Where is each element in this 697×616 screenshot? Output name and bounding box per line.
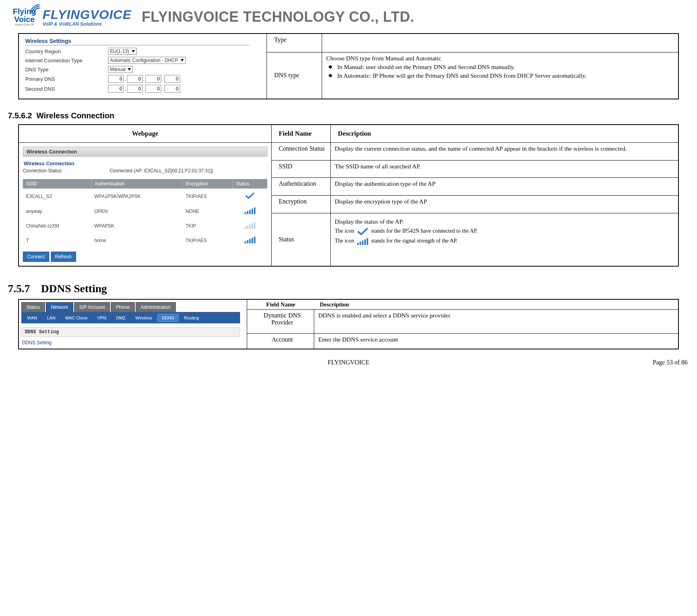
logo-line2: Voice <box>14 15 35 23</box>
signal-icon <box>244 236 255 243</box>
wc-row[interactable]: ChinaNet-zzXMWPAPSKTKIP <box>23 218 267 233</box>
ip-octet[interactable] <box>108 75 124 83</box>
ddns-sub-tab[interactable]: VPN <box>93 314 111 322</box>
wordmark: FLYINGVOICE VoIP & VoWLAN Solutions <box>43 7 132 27</box>
ddns-sub-tab[interactable]: LAN <box>43 314 60 322</box>
wc-cell-enc: NONE <box>183 204 233 218</box>
col-description: Description <box>314 299 678 310</box>
section-heading-7562: 7.5.6.2 Wireless Connection <box>8 111 689 120</box>
flying-logo-square: Flying Voice Voice Over IP <box>8 3 41 31</box>
ddns-panel-heading: DDNS Setting <box>21 327 240 337</box>
country-region-select[interactable]: EU(1-13) <box>108 48 137 55</box>
logo: Flying Voice Voice Over IP FLYINGVOICE V… <box>8 3 132 31</box>
ddns-sub-tab[interactable]: MAC Clone <box>61 314 92 322</box>
desc-status-p1: Display the status of the AP. <box>335 218 676 225</box>
page-footer: FLYINGVOICE Page 53 of 86 <box>8 359 689 366</box>
wordmark-main: FLYINGVOICE <box>43 7 132 22</box>
country-region-label: Country Region <box>25 49 108 54</box>
wc-grid: SSID Authentication Encryption Status E3… <box>23 179 267 248</box>
ddns-main-tab[interactable]: Administration <box>136 302 176 312</box>
wc-cell-auth: OPEN <box>91 204 182 218</box>
wc-col-ssid: SSID <box>23 179 91 189</box>
ddns-sub-heading: DDNS Setting <box>22 340 240 345</box>
ddns-main-tab[interactable]: Status <box>21 302 45 312</box>
wc-col-auth: Authentication <box>91 179 182 189</box>
field-conn-status: Connection Status <box>271 143 330 161</box>
chevron-down-icon <box>181 59 184 62</box>
connect-button[interactable]: Connect <box>23 252 49 262</box>
ip-octet[interactable] <box>127 75 143 83</box>
col-description: Description <box>330 125 678 143</box>
col-field-name: Field Name <box>271 125 330 143</box>
field-status: Status <box>271 213 330 266</box>
ddns-sub-tab[interactable]: WAN <box>23 314 41 322</box>
second-dns-label: Second DNS <box>25 86 108 92</box>
wc-cell-enc: TKIP/AES <box>183 189 233 204</box>
desc-ssid: The SSID name of all searched AP. <box>330 160 678 178</box>
col-webpage: Webpage <box>19 125 272 143</box>
wc-cell-enc: TKIP <box>183 218 233 233</box>
col-field-name: Field Name <box>247 299 314 310</box>
wc-cell-ssid: anyway <box>23 204 91 218</box>
check-icon <box>357 228 368 235</box>
desc-dns-intro: Choose DNS type from Manual and Automati… <box>326 55 676 62</box>
desc-ddns-account: Enter the DDNS service account <box>314 334 678 349</box>
field-ssid: SSID <box>271 160 330 178</box>
primary-dns-input[interactable]: . . . <box>108 75 180 83</box>
desc-auth: Display the authentication type of the A… <box>330 178 678 196</box>
desc-dns-bullet: In Automatic: IP Phone will get the Prim… <box>326 72 676 79</box>
signal-icon <box>357 238 368 245</box>
ip-octet[interactable] <box>127 85 143 93</box>
wc-row[interactable]: E3CALL_SZWPA1PSK/WPA2PSKTKIP/AES <box>23 189 267 204</box>
company-name: FLYINGVOICE TECHNOLOGY CO., LTD. <box>142 9 414 25</box>
logo-sub: Voice Over IP <box>15 23 34 26</box>
desc-status-p3b: stands for the signal strength of the AP… <box>371 238 457 244</box>
table-wireless-settings: Wireless Settings Country Region EU(1-13… <box>18 33 679 99</box>
desc-dns-type: Choose DNS type from Manual and Automati… <box>322 52 678 99</box>
wc-cell-status <box>233 218 267 233</box>
ip-octet[interactable] <box>145 85 161 93</box>
wc-row[interactable]: ThomeTKIP/AES <box>23 233 267 248</box>
ict-select[interactable]: Automatic Configuration - DHCP <box>108 57 186 64</box>
field-type: Type <box>267 34 322 52</box>
section-title: Wireless Connection <box>36 111 114 120</box>
desc-dns-bullet: In Manual: user should set the Primary D… <box>326 63 676 71</box>
wc-row[interactable]: anywayOPENNONE <box>23 204 267 218</box>
footer-page-number: Page 53 of 86 <box>462 359 688 366</box>
desc-status: Display the status of the AP. The icon s… <box>330 213 678 266</box>
footer-center: FLYINGVOICE <box>235 359 461 366</box>
ip-octet[interactable] <box>164 75 180 83</box>
ddns-sub-tab[interactable]: DDNS <box>157 314 178 322</box>
desc-type <box>322 34 678 52</box>
wc-cell-auth: home <box>91 233 182 248</box>
ddns-sub-tab[interactable]: Wireless <box>131 314 156 322</box>
wc-cell-auth: WPAPSK <box>91 218 182 233</box>
second-dns-input[interactable]: . . . <box>108 85 180 93</box>
wireless-settings-screenshot: Wireless Settings Country Region EU(1-13… <box>23 36 252 96</box>
ddns-screenshot: StatusNetworkSIP AccountPhoneAdministrat… <box>21 302 240 345</box>
wc-cell-ssid: T <box>23 233 91 248</box>
signal-icon <box>244 207 255 214</box>
field-ddns-account: Account <box>247 334 314 349</box>
section-num: 7.5.6.2 <box>8 111 32 120</box>
desc-status-p3a: The icon <box>335 238 354 244</box>
dns-type-select[interactable]: Manual <box>108 66 133 73</box>
ip-octet[interactable] <box>145 75 161 83</box>
ddns-main-tab[interactable]: Phone <box>111 302 135 312</box>
wc-subheading: Wireless Connection <box>24 161 267 166</box>
desc-conn-status: Display the current connection status, a… <box>330 143 678 161</box>
section-num: 7.5.7 <box>8 282 30 295</box>
ip-octet[interactable] <box>108 85 124 93</box>
refresh-button[interactable]: Refresh <box>51 252 76 262</box>
ddns-sub-tab[interactable]: Routing <box>180 314 203 322</box>
ddns-sub-tab[interactable]: DMZ <box>112 314 130 322</box>
ddns-main-tab[interactable]: Network <box>46 302 73 312</box>
ddns-main-tabs: StatusNetworkSIP AccountPhoneAdministrat… <box>21 302 240 312</box>
primary-dns-label: Primary DNS <box>25 76 108 82</box>
ip-octet[interactable] <box>164 85 180 93</box>
dns-type-value: Manual <box>110 67 125 72</box>
field-enc: Encryption <box>271 196 330 213</box>
ddns-main-tab[interactable]: SIP Account <box>74 302 110 312</box>
signal-icon <box>244 222 255 229</box>
ws-heading: Wireless Settings <box>25 38 249 45</box>
